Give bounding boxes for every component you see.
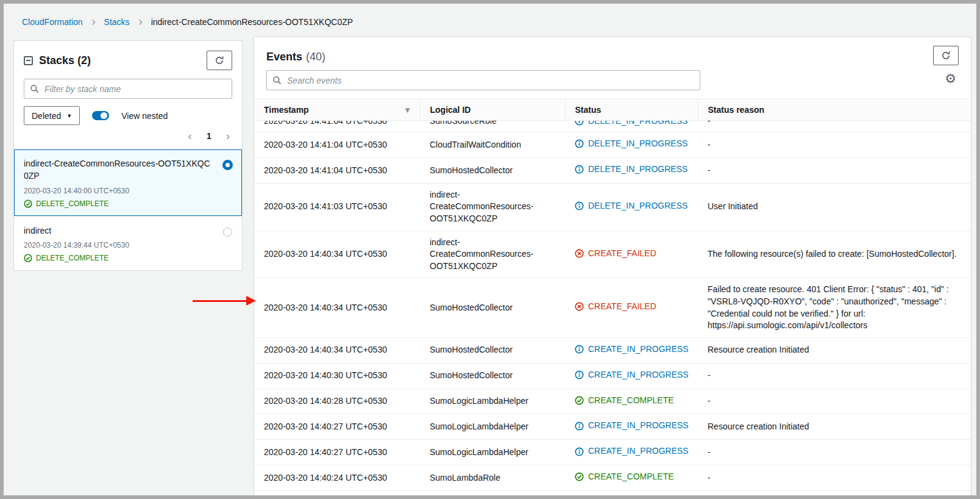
- status-info-icon: [575, 121, 584, 126]
- column-header-timestamp[interactable]: Timestamp ▼: [254, 99, 420, 121]
- status-success-icon: [24, 199, 32, 208]
- column-header-status[interactable]: Status: [565, 99, 698, 121]
- status-info-icon: [575, 422, 584, 431]
- stack-radio-button[interactable]: [222, 160, 233, 170]
- annotation-arrow-head: [246, 296, 256, 306]
- stack-list-item[interactable]: indirect2020-03-20 14:39:44 UTC+0530DELE…: [14, 216, 242, 270]
- event-status-reason-cell: -: [698, 440, 971, 465]
- event-status-badge: CREATE_COMPLETE: [575, 497, 674, 499]
- next-page-button[interactable]: ›: [226, 130, 230, 142]
- event-logical-id-cell: indirect-CreateCommonResources-OOT51XKQC…: [420, 183, 565, 231]
- stack-radio-button[interactable]: [223, 228, 232, 237]
- breadcrumb-link-cloudformation[interactable]: CloudFormation: [22, 17, 83, 27]
- event-row: 2020-03-20 14:40:27 UTC+0530SumoLogicLam…: [254, 414, 971, 440]
- events-panel-title: Events(40): [266, 46, 325, 63]
- cloudformation-console-page: { "breadcrumb": { "items": ["CloudFormat…: [0, 0, 980, 499]
- stack-filter-input[interactable]: [24, 79, 232, 99]
- stack-list: indirect-CreateCommonResources-OOT51XKQC…: [14, 149, 242, 270]
- event-row: 2020-03-20 14:41:04 UTC+0530SumoHostedCo…: [254, 157, 971, 183]
- event-logical-id-cell: indirect-CreateCommonResources-OOT51XKQC…: [420, 231, 565, 278]
- status-error-icon: [575, 302, 584, 311]
- event-row: 2020-03-20 14:40:28 UTC+0530SumoLogicLam…: [254, 389, 971, 414]
- event-timestamp-cell: 2020-03-20 14:40:28 UTC+0530: [254, 389, 420, 414]
- status-info-icon: [575, 370, 584, 379]
- event-row: 2020-03-20 14:40:30 UTC+0530SumoHostedCo…: [254, 363, 971, 389]
- event-timestamp-cell: 2020-03-20 14:40:24 UTC+0530: [254, 465, 420, 491]
- status-info-icon: [575, 447, 584, 456]
- toggle-knob: [101, 112, 107, 119]
- event-timestamp-cell: 2020-03-20 14:40:34 UTC+0530: [254, 231, 420, 278]
- event-status-reason-cell: User Initiated: [698, 183, 971, 231]
- event-status-reason-cell: -: [698, 363, 971, 389]
- breadcrumb-separator-icon: [137, 19, 144, 26]
- gear-icon[interactable]: ⚙: [945, 73, 956, 85]
- stacks-title-text: Stacks: [39, 54, 74, 66]
- column-header-status-reason[interactable]: Status reason: [698, 99, 971, 121]
- event-row: 2020-03-20 14:40:34 UTC+0530SumoHostedCo…: [254, 278, 971, 337]
- event-status-badge: CREATE_COMPLETE: [575, 395, 674, 407]
- chevron-down-icon: ▼: [66, 113, 72, 119]
- event-row: 2020-03-20 14:40:24 UTC+0530SumoLambdaRo…: [254, 465, 971, 491]
- stack-list-item[interactable]: indirect-CreateCommonResources-OOT51XKQC…: [14, 149, 242, 216]
- event-timestamp-cell: 2020-03-20 14:40:24 UTC+0530: [254, 491, 420, 499]
- event-status-cell: CREATE_COMPLETE: [565, 389, 698, 414]
- breadcrumb-current-stack: indirect-CreateCommonResources-OOT51XKQC…: [151, 17, 353, 27]
- column-header-logical-id[interactable]: Logical ID: [420, 99, 565, 121]
- event-status-cell: CREATE_IN_PROGRESS: [565, 337, 698, 363]
- stack-timestamp: 2020-03-20 14:40:00 UTC+0530: [24, 187, 214, 195]
- event-timestamp-cell: 2020-03-20 14:41:04 UTC+0530: [254, 157, 420, 183]
- event-logical-id-cell: SumoSourceRole: [420, 491, 565, 499]
- event-row: 2020-03-20 14:40:34 UTC+0530SumoHostedCo…: [254, 337, 971, 363]
- event-status-cell: DELETE_IN_PROGRESS: [565, 183, 698, 231]
- event-status-reason-cell: -: [698, 121, 971, 132]
- stacks-refresh-button[interactable]: [207, 51, 232, 70]
- event-timestamp-cell: 2020-03-20 14:40:34 UTC+0530: [254, 278, 420, 337]
- event-row: 2020-03-20 14:41:04 UTC+0530SumoSourceRo…: [254, 121, 971, 132]
- event-timestamp-cell: 2020-03-20 14:40:27 UTC+0530: [254, 414, 420, 440]
- view-nested-toggle[interactable]: [92, 111, 109, 120]
- event-status-reason-cell: -: [698, 389, 971, 414]
- view-nested-label: View nested: [121, 111, 168, 121]
- event-timestamp-cell: 2020-03-20 14:41:04 UTC+0530: [254, 132, 420, 158]
- main-content: Stacks (2) Deleted ▼ View n: [4, 37, 976, 499]
- stack-status-filter-dropdown[interactable]: Deleted ▼: [24, 106, 80, 125]
- events-search-input[interactable]: [266, 70, 700, 90]
- event-logical-id-cell: SumoHostedCollector: [420, 363, 565, 389]
- events-title-text: Events: [266, 51, 302, 63]
- collapse-panel-icon[interactable]: [24, 56, 33, 65]
- event-logical-id-cell: SumoLogicLambdaHelper: [420, 440, 565, 465]
- event-status-badge: DELETE_IN_PROGRESS: [575, 163, 687, 176]
- event-logical-id-cell: CloudTrailWaitCondition: [420, 132, 565, 158]
- event-timestamp-cell: 2020-03-20 14:41:03 UTC+0530: [254, 183, 420, 231]
- events-refresh-button[interactable]: [933, 46, 959, 65]
- event-status-cell: CREATE_FAILED: [565, 231, 698, 278]
- event-logical-id-cell: SumoLogicLambdaHelper: [420, 389, 565, 414]
- event-logical-id-cell: SumoSourceRole: [420, 121, 565, 132]
- event-row: 2020-03-20 14:40:24 UTC+0530SumoSourceRo…: [254, 491, 971, 499]
- stack-name: indirect: [24, 224, 214, 237]
- status-error-icon: [575, 249, 584, 258]
- event-status-badge: CREATE_IN_PROGRESS: [575, 445, 689, 458]
- event-timestamp-cell: 2020-03-20 14:41:04 UTC+0530: [254, 121, 420, 132]
- stack-status-badge: DELETE_COMPLETE: [24, 254, 214, 262]
- events-table-header-row: Timestamp ▼ Logical ID Status Status rea…: [254, 99, 971, 121]
- event-logical-id-cell: SumoHostedCollector: [420, 278, 565, 337]
- stack-status-badge: DELETE_COMPLETE: [24, 199, 214, 208]
- event-status-reason-cell: -: [698, 465, 971, 491]
- annotation-arrow: [193, 296, 256, 306]
- sort-desc-icon[interactable]: ▼: [405, 107, 410, 113]
- event-status-cell: DELETE_IN_PROGRESS: [565, 157, 698, 183]
- previous-page-button[interactable]: ‹: [188, 130, 192, 142]
- event-status-reason-cell: -: [698, 132, 971, 158]
- stack-status-filter-value: Deleted: [32, 111, 61, 121]
- current-page-number: 1: [207, 131, 211, 141]
- status-info-icon: [575, 201, 584, 210]
- event-status-cell: CREATE_COMPLETE: [565, 491, 698, 499]
- event-status-cell: DELETE_IN_PROGRESS: [565, 132, 698, 158]
- event-timestamp-cell: 2020-03-20 14:40:34 UTC+0530: [254, 337, 420, 363]
- event-status-reason-cell: -: [698, 491, 971, 499]
- breadcrumb-link-stacks[interactable]: Stacks: [104, 17, 130, 27]
- event-status-badge: DELETE_IN_PROGRESS: [575, 200, 687, 212]
- annotation-arrow-shaft: [193, 300, 246, 302]
- event-status-reason-cell: Resource creation Initiated: [698, 414, 971, 440]
